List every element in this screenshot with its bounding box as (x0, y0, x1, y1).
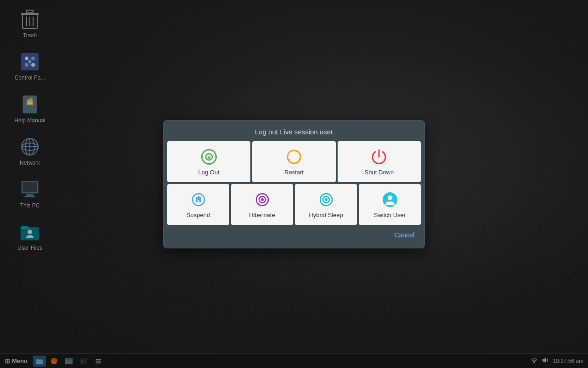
hibernate-icon (254, 191, 271, 208)
switchuser-label: Switch User (374, 212, 406, 218)
svg-point-38 (261, 198, 264, 201)
desktop: Trash Control Pa... (0, 0, 588, 368)
logout-icon (201, 149, 217, 165)
logout-button[interactable]: Log Out (167, 141, 250, 182)
hibernate-button[interactable]: Hibernate (231, 184, 293, 225)
restart-button[interactable]: Restart (252, 141, 335, 182)
shutdown-label: Shut Down (365, 169, 394, 176)
dialog-buttons-row2: Suspend Hibernate (164, 182, 424, 225)
svg-rect-35 (199, 197, 201, 202)
restart-label: Restart (284, 169, 304, 176)
suspend-button[interactable]: Suspend (167, 184, 229, 225)
suspend-label: Suspend (187, 212, 210, 218)
hybridsleep-icon (318, 191, 334, 208)
switchuser-button[interactable]: Switch User (359, 184, 421, 225)
modal-overlay: Log out Live session user (0, 0, 588, 368)
hybridsleep-label: Hybrid Sleep (309, 212, 343, 218)
svg-point-41 (325, 198, 328, 201)
dialog-buttons-row1: Log Out Restart (164, 141, 424, 182)
hibernate-label: Hibernate (249, 212, 275, 218)
shutdown-icon (371, 149, 387, 165)
suspend-icon (190, 191, 207, 208)
dialog-title: Log out Live session user (164, 121, 424, 141)
svg-rect-34 (196, 197, 198, 202)
dialog-footer: Cancel (164, 225, 424, 241)
hybridsleep-button[interactable]: Hybrid Sleep (295, 184, 357, 225)
restart-icon (286, 149, 302, 165)
switchuser-icon (382, 191, 398, 208)
svg-point-43 (388, 196, 392, 200)
logout-dialog: Log out Live session user (163, 120, 425, 248)
cancel-button[interactable]: Cancel (390, 230, 418, 241)
shutdown-button[interactable]: Shut Down (338, 141, 421, 182)
logout-label: Log Out (198, 169, 220, 176)
